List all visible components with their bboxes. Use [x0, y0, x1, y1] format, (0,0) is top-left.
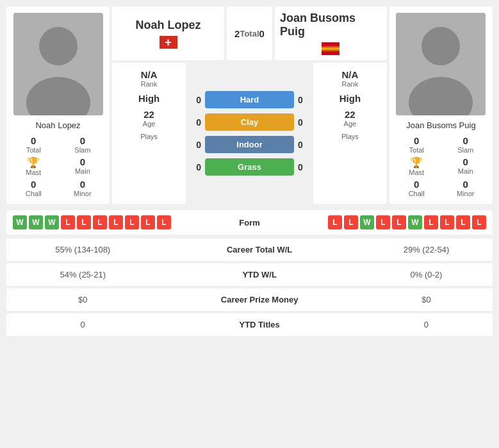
player2-rank-block: N/A Rank: [341, 69, 358, 88]
form-badge: L: [141, 215, 155, 229]
clay-left-count: 0: [188, 117, 201, 128]
player1-total-stat: 0 Total: [13, 135, 54, 154]
form-badge: L: [392, 215, 406, 229]
surface-row-indoor: 0 Indoor 0: [188, 136, 311, 153]
player1-chall-label: Chall: [26, 190, 42, 197]
player1-form-badges: WWWLLLLLLL: [13, 215, 171, 229]
form-badge: L: [125, 215, 139, 229]
player2-name: Joan Busoms Puig: [406, 120, 475, 130]
player1-avatar: [13, 13, 103, 115]
form-badge: L: [344, 215, 358, 229]
hard-left-count: 0: [188, 95, 201, 105]
player1-header-name: Noah Lopez: [136, 19, 201, 32]
player2-total-stat: 0 Total: [396, 135, 438, 154]
form-badge: L: [376, 215, 390, 229]
stats-row: $0 Career Prize Money $0: [6, 287, 493, 312]
form-label: Form: [239, 218, 260, 228]
player1-main-value: 0: [80, 156, 85, 167]
form-badge: W: [45, 215, 59, 229]
form-badge: L: [440, 215, 454, 229]
total-label: Total: [240, 29, 259, 38]
stat-right-2: $0: [360, 287, 493, 312]
player2-plays-block: Plays: [341, 133, 359, 140]
player1-high-block: High: [138, 93, 160, 104]
svg-point-4: [421, 27, 460, 65]
surfaces-column: 0 Hard 0 0 Clay 0 0 Indoor 0: [188, 63, 311, 204]
indoor-right-count: 0: [298, 140, 311, 150]
indoor-left-count: 0: [188, 140, 201, 150]
player1-total-value: 0: [31, 135, 36, 146]
form-badge: L: [456, 215, 470, 229]
player2-high-value: High: [339, 93, 361, 104]
player1-plays-label: Plays: [140, 133, 158, 140]
player2-rank-label: Rank: [341, 80, 358, 88]
surface-row-grass: 0 Grass 0: [188, 158, 311, 176]
form-badge: W: [360, 215, 374, 229]
stats-row: 55% (134-108) Career Total W/L 29% (22-5…: [6, 238, 493, 262]
player2-mast-label: Mast: [409, 169, 424, 176]
total-row: 2 Total 0: [227, 6, 272, 60]
form-badge: L: [472, 215, 486, 229]
hard-button[interactable]: Hard: [205, 91, 294, 108]
names-row: Noah Lopez 2 Total 0 Joan Busoms Puig: [112, 6, 387, 60]
player1-middle-stats: N/A Rank High 22 Age Plays: [112, 63, 186, 204]
player2-age-value: 22: [344, 109, 357, 120]
player1-slam-value: 0: [80, 135, 85, 146]
form-badge: W: [29, 215, 43, 229]
player1-chall-value: 0: [31, 179, 36, 190]
player2-chall-label: Chall: [409, 190, 425, 197]
indoor-button[interactable]: Indoor: [205, 136, 294, 153]
stat-label-0: Career Total W/L: [159, 238, 360, 262]
player2-header-block: Joan Busoms Puig: [275, 6, 387, 60]
players-top-section: Noah Lopez 0 Total 0 Slam 🏆 Mast 0 Main: [6, 6, 493, 204]
stat-left-0: 55% (134-108): [6, 238, 159, 262]
center-column: Noah Lopez 2 Total 0 Joan Busoms Puig: [112, 6, 387, 204]
form-badge: L: [61, 215, 75, 229]
player1-minor-value: 0: [80, 179, 85, 190]
stat-right-3: 0: [360, 312, 493, 337]
grass-right-count: 0: [298, 162, 311, 172]
player2-high-block: High: [339, 93, 361, 104]
player1-mast-value: 🏆: [27, 156, 40, 169]
form-section: WWWLLLLLLL Form LLWLLWLLLL: [6, 210, 493, 235]
stat-label-2: Career Prize Money: [159, 287, 360, 312]
player1-flag: [160, 36, 177, 49]
player1-total-label: Total: [26, 146, 41, 154]
hard-right-count: 0: [298, 95, 311, 105]
player2-stats-grid: 0 Total 0 Slam 🏆 Mast 0 Main 0 Chall: [396, 135, 486, 197]
player1-chall-stat: 0 Chall: [13, 179, 54, 197]
form-badge: L: [93, 215, 107, 229]
grass-button[interactable]: Grass: [205, 158, 294, 176]
surface-row-clay: 0 Clay 0: [188, 113, 311, 131]
player2-middle-stats: N/A Rank High 22 Age Plays: [313, 63, 387, 204]
player2-header-name: Joan Busoms Puig: [280, 12, 382, 38]
player2-age-block: 22 Age: [344, 109, 357, 128]
player1-card: Noah Lopez 0 Total 0 Slam 🏆 Mast 0 Main: [6, 6, 110, 204]
middle-row: N/A Rank High 22 Age Plays: [112, 63, 387, 204]
form-badge: L: [109, 215, 123, 229]
player1-name: Noah Lopez: [35, 120, 80, 130]
player1-slam-label: Slam: [74, 146, 90, 154]
player2-slam-label: Slam: [457, 146, 473, 154]
player1-plays-block: Plays: [140, 133, 158, 140]
form-badge: L: [328, 215, 342, 229]
stat-left-2: $0: [6, 287, 159, 312]
player1-rank-block: N/A Rank: [141, 69, 158, 88]
player2-form-badges: LLWLLWLLLL: [328, 215, 486, 229]
player2-main-stat: 0 Main: [445, 156, 486, 176]
player2-card: Joan Busoms Puig 0 Total 0 Slam 🏆 Mast 0…: [389, 6, 493, 204]
player2-chall-stat: 0 Chall: [396, 179, 438, 197]
player2-main-label: Main: [458, 167, 473, 175]
player2-main-value: 0: [463, 156, 468, 167]
stats-row: 54% (25-21) YTD W/L 0% (0-2): [6, 262, 493, 287]
clay-button[interactable]: Clay: [205, 113, 294, 131]
stat-label-3: YTD Titles: [159, 312, 360, 337]
player1-slam-stat: 0 Slam: [62, 135, 104, 154]
player2-minor-stat: 0 Minor: [445, 179, 486, 197]
player1-age-block: 22 Age: [143, 109, 156, 128]
player1-stats-grid: 0 Total 0 Slam 🏆 Mast 0 Main 0 Chall: [13, 135, 103, 197]
form-badge: L: [157, 215, 171, 229]
player2-mast-stat: 🏆 Mast: [396, 156, 438, 176]
stat-label-1: YTD W/L: [159, 262, 360, 287]
stat-left-3: 0: [6, 312, 159, 337]
